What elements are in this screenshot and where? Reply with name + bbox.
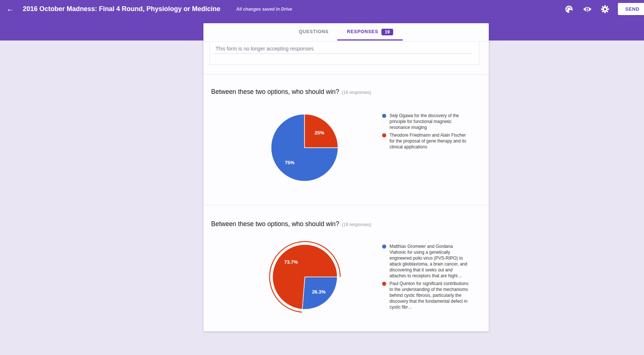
app-topbar: ← 2016 October Madness: Final 4 Round, P… (0, 0, 644, 18)
legend-item: Paul Quinton for significant contributio… (382, 281, 472, 310)
pie-chart-question-2: 26.3%73.7% (268, 240, 342, 314)
legend-item-label: Matthias Gromeier and Gordana Vlahovic f… (389, 243, 470, 279)
drive-save-status: All changes saved in Drive (236, 0, 292, 18)
pie-slice-percent-label: 26.3% (312, 289, 325, 295)
legend-item-label: Seiji Ogawa for the discovery of the pri… (389, 113, 470, 130)
accepting-responses-card: This form is no longer accepting respons… (210, 42, 479, 65)
eye-icon-svg (583, 5, 592, 14)
legend-item-label: Theodore Friedmann and Alain Fischer for… (389, 132, 470, 150)
tab-responses-label: RESPONSES (347, 23, 378, 41)
responses-card: QUESTIONS RESPONSES 19 This form is no l… (203, 23, 489, 331)
google-forms-responses-page: ← 2016 October Madness: Final 4 Round, P… (0, 0, 644, 355)
pie-chart-question-1: 75%25% (268, 111, 341, 184)
form-title[interactable]: 2016 October Madness: Final 4 Round, Phy… (23, 0, 220, 18)
closed-message-field[interactable]: This form is no longer accepting respons… (216, 46, 314, 52)
active-tab-underline (337, 39, 403, 41)
pie-slice-percent-label: 25% (315, 130, 324, 136)
settings-gear-icon[interactable] (601, 5, 609, 14)
tabs-bar: QUESTIONS RESPONSES 19 (203, 23, 489, 42)
section-divider (203, 74, 489, 75)
pie-slice-percent-label: 73.7% (284, 259, 298, 265)
palette-icon-svg (565, 5, 573, 14)
legend-color-dot (382, 282, 386, 286)
question-1-responses-note: (16 responses) (342, 90, 371, 95)
preview-eye-icon[interactable] (583, 5, 592, 14)
legend-color-dot (382, 245, 386, 249)
legend-item: Theodore Friedmann and Alain Fischer for… (382, 132, 472, 150)
tab-responses[interactable]: RESPONSES 19 (337, 23, 403, 41)
responses-count-badge: 19 (381, 29, 393, 35)
pie-slice-percent-label: 75% (285, 160, 294, 165)
legend-question-2: Matthias Gromeier and Gordana Vlahovic f… (382, 243, 472, 312)
legend-color-dot (382, 114, 386, 118)
closed-message-underline (213, 53, 472, 54)
question-2-responses-note: (19 responses) (342, 222, 371, 227)
palette-icon[interactable] (565, 5, 573, 14)
question-2-title-text: Between these two options, who should wi… (211, 220, 339, 228)
back-arrow-icon[interactable]: ← (5, 4, 15, 14)
question-1-title: Between these two options, who should wi… (211, 88, 371, 96)
question-2-title: Between these two options, who should wi… (211, 220, 371, 228)
legend-item: Matthias Gromeier and Gordana Vlahovic f… (382, 243, 472, 279)
legend-item-label: Paul Quinton for significant contributio… (389, 281, 470, 310)
question-1-title-text: Between these two options, who should wi… (211, 88, 339, 95)
tab-questions[interactable]: QUESTIONS (288, 23, 339, 41)
gear-icon-svg (601, 5, 609, 14)
legend-item: Seiji Ogawa for the discovery of the pri… (382, 113, 472, 130)
send-button[interactable]: SEND (618, 3, 644, 15)
legend-question-1: Seiji Ogawa for the discovery of the pri… (382, 113, 472, 152)
legend-color-dot (382, 133, 386, 137)
section-divider (203, 205, 489, 205)
